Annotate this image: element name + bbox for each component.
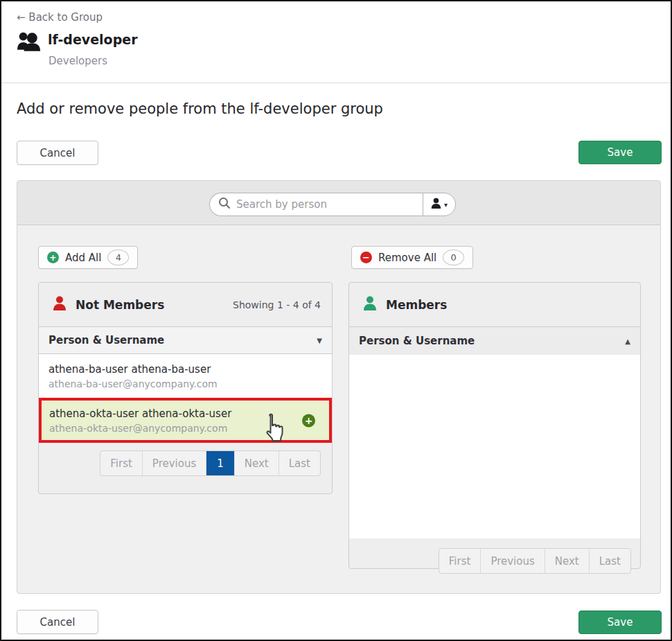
members-empty-list — [349, 354, 640, 538]
members-header: Members — [349, 283, 640, 326]
pagination-previous-button[interactable]: Previous — [480, 549, 544, 573]
members-pagination: First Previous Next Last — [439, 548, 631, 574]
members-column-header-row: Person & Username ▲ — [349, 326, 640, 354]
group-management-dialog: ← Back to Group lf-developer Developers … — [0, 0, 672, 641]
members-title: Members — [386, 298, 447, 312]
not-members-pagination-bar: First Previous 1 Next Last — [39, 443, 332, 476]
minus-circle-icon: − — [360, 252, 372, 263]
pagination-next-button[interactable]: Next — [234, 451, 278, 475]
group-subtitle: Developers — [48, 55, 107, 67]
not-members-pagination: First Previous 1 Next Last — [100, 450, 321, 476]
chevron-down-icon: ▾ — [444, 201, 448, 209]
add-all-button[interactable]: + Add All 4 — [38, 246, 138, 269]
save-button[interactable]: Save — [578, 141, 662, 164]
search-input[interactable] — [236, 198, 409, 211]
pagination-page-1-button[interactable]: 1 — [206, 451, 234, 475]
group-icon — [15, 30, 42, 55]
sort-ascending-icon: ▲ — [625, 337, 630, 345]
person-email: athena-okta-user@anycompany.com — [49, 421, 319, 435]
cancel-button[interactable]: Cancel — [17, 141, 98, 165]
add-person-icon[interactable]: + — [302, 414, 315, 427]
group-name: lf-developer — [48, 32, 138, 47]
members-column-header[interactable]: Person & Username ▲ — [349, 327, 640, 355]
search-group: ▾ — [209, 193, 456, 216]
not-members-column-header[interactable]: Person & Username ▼ — [39, 326, 332, 354]
pagination-first-button[interactable]: First — [100, 451, 142, 475]
member-picker-panel: ▾ + Add All 4 − Remove All 0 — [17, 180, 661, 594]
not-members-header: Not Members Showing 1 - 4 of 4 — [39, 283, 332, 326]
pagination-last-button[interactable]: Last — [589, 549, 630, 573]
back-to-group-link[interactable]: ← Back to Group — [17, 11, 103, 24]
green-person-icon — [363, 296, 377, 314]
cancel-button-bottom[interactable]: Cancel — [17, 610, 98, 634]
page-title: Add or remove people from the lf-develop… — [17, 100, 383, 117]
not-members-showing-count: Showing 1 - 4 of 4 — [233, 299, 321, 310]
person-name: athena-okta-user athena-okta-user — [49, 406, 319, 421]
red-person-icon — [53, 296, 67, 314]
column-header-label: Person & Username — [359, 335, 475, 347]
save-button-bottom[interactable]: Save — [578, 611, 662, 634]
search-type-dropdown[interactable]: ▾ — [423, 193, 456, 216]
pagination-next-button[interactable]: Next — [545, 549, 589, 573]
remove-all-count-badge: 0 — [443, 249, 464, 265]
column-header-label: Person & Username — [48, 334, 164, 346]
plus-circle-icon: + — [47, 252, 59, 263]
members-pagination-bar: First Previous Next Last — [349, 538, 640, 574]
pagination-first-button[interactable]: First — [439, 549, 481, 573]
pagination-last-button[interactable]: Last — [278, 451, 320, 475]
search-toolbar: ▾ — [17, 181, 660, 225]
not-members-row-athena-ba-user[interactable]: athena-ba-user athena-ba-user athena-ba-… — [39, 354, 332, 398]
not-members-title: Not Members — [76, 298, 164, 312]
not-members-row-athena-okta-user[interactable]: athena-okta-user athena-okta-user athena… — [39, 398, 332, 443]
person-name: athena-ba-user athena-ba-user — [48, 362, 322, 377]
header-divider — [1, 82, 671, 83]
remove-all-button[interactable]: − Remove All 0 — [351, 246, 473, 269]
search-box[interactable] — [209, 193, 423, 216]
add-all-label: Add All — [65, 252, 101, 264]
sort-descending-icon: ▼ — [317, 337, 322, 344]
search-icon — [218, 197, 231, 212]
not-members-panel: Not Members Showing 1 - 4 of 4 Person & … — [38, 282, 333, 494]
members-panel: Members Person & Username ▲ First Previo… — [348, 282, 641, 569]
remove-all-label: Remove All — [378, 252, 436, 264]
person-email: athena-ba-user@anycompany.com — [48, 377, 322, 391]
add-all-count-badge: 4 — [107, 249, 129, 265]
person-icon — [431, 197, 441, 212]
pagination-previous-button[interactable]: Previous — [142, 451, 206, 475]
